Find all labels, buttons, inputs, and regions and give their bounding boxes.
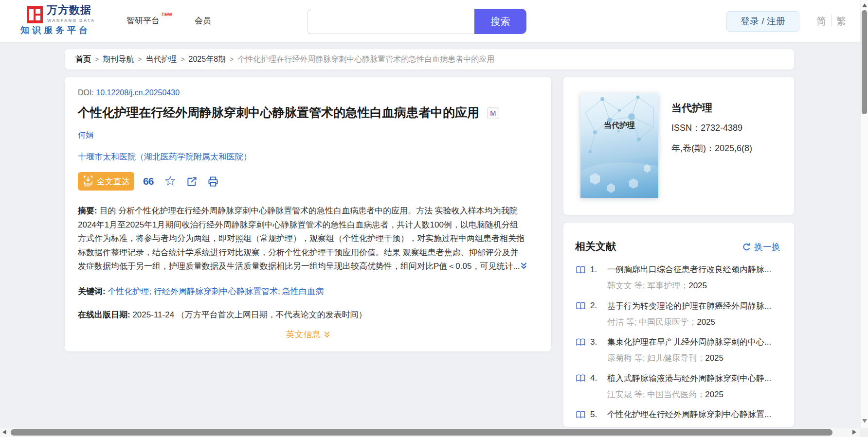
related-meta: 付洁 等; 中国民康医学；2025 [607, 316, 715, 328]
search-input[interactable] [307, 9, 474, 34]
share-icon[interactable] [186, 176, 198, 187]
book-icon [576, 265, 586, 274]
vertical-scrollbar[interactable] [860, 0, 868, 428]
article-card: DOI: 10.12208/j.cn.20250430 个性化护理在行经外周静脉… [65, 77, 551, 351]
related-item[interactable]: 2. 基于行为转变理论的护理在肺癌经外周静脉... 付洁 等; 中国民康医学；2… [576, 300, 783, 337]
keyword-link[interactable]: 急性白血病 [282, 287, 324, 296]
journal-issn: ISSN：2732-4389 [671, 122, 742, 134]
fulltext-button[interactable]: free 全文直达 [78, 172, 134, 191]
lang-divider [831, 15, 832, 26]
article-title: 个性化护理在行经外周静脉穿刺中心静脉置管术的急性白血病患者中的应用M [78, 104, 540, 121]
book-icon [576, 374, 586, 383]
search-button[interactable]: 搜索 [474, 9, 526, 34]
breadcrumb-journal[interactable]: 当代护理 [145, 54, 177, 65]
related-meta: 韩文文 等; 军事护理；2025 [607, 280, 707, 291]
journal-cover-title: 当代护理 [580, 121, 658, 131]
keyword-link[interactable]: 个性化护理 [108, 287, 149, 296]
breadcrumb-separator: > [181, 55, 184, 63]
journal-volume: 年,卷(期)：2025,6(8) [671, 142, 752, 154]
breadcrumb-current: 个性化护理在行经外周静脉穿刺中心静脉置管术的急性白血病患者中的应用 [237, 54, 494, 65]
lang-traditional[interactable]: 繁 [836, 15, 846, 28]
article-author[interactable]: 何娟 [78, 130, 93, 140]
related-articles-card: 相关文献 换一换 1. 一例胸廓出口综合征患者行改良经颈内静脉... 韩文文 等… [563, 223, 794, 427]
expand-abstract-icon[interactable] [520, 261, 527, 275]
keywords-row: 关键词: 个性化护理; 行经外周静脉穿刺中心静脉置管术; 急性白血病 [78, 286, 324, 297]
keywords-label: 关键词: [78, 287, 106, 296]
brand-name-en: WANFANG DATA [47, 18, 95, 23]
book-icon [576, 301, 586, 310]
page: 万方数据 WANFANG DATA 知识服务平台 智研平台 new 会员 搜索 … [0, 0, 868, 437]
related-item[interactable]: 5. 个性化护理在行经外周静脉穿刺中心静脉置... [576, 409, 783, 427]
breadcrumb-separator: > [138, 55, 142, 63]
online-date-label: 在线出版日期: [78, 310, 130, 319]
online-date: 2025-11-24 [132, 310, 174, 319]
article-abstract: 摘要: 目的 分析个性化护理在行经外周静脉穿刺中心静脉置管术的急性白血病患者中的… [78, 204, 538, 275]
brand-name-cn[interactable]: 万方数据 [47, 4, 91, 17]
print-icon[interactable] [207, 176, 219, 187]
wanfang-logo-icon[interactable] [27, 6, 43, 23]
abstract-label: 摘要: [78, 206, 97, 215]
related-meta: 康菊梅 等; 妇儿健康导刊；2025 [607, 352, 723, 364]
book-icon [576, 338, 586, 347]
related-meta: 汪安晟 等; 中国当代医药；2025 [607, 389, 723, 400]
horizontal-scrollbar-thumb[interactable] [11, 429, 832, 436]
m-badge[interactable]: M [487, 107, 499, 119]
login-register-button[interactable]: 登录 / 注册 [726, 11, 799, 32]
vertical-scrollbar-thumb[interactable] [862, 10, 867, 114]
book-icon [576, 410, 586, 419]
keyword-link[interactable]: 行经外周静脉穿刺中心静脉置管术 [154, 287, 278, 296]
breadcrumb: 首页 > 期刊导航 > 当代护理 > 2025年8期 > 个性化护理在行经外周静… [65, 49, 794, 70]
english-info-toggle[interactable]: 英文信息 [65, 329, 551, 341]
doi-row: DOI: 10.12208/j.cn.20250430 [78, 88, 180, 97]
header: 万方数据 WANFANG DATA 知识服务平台 智研平台 new 会员 搜索 … [0, 0, 868, 43]
scrollbar-corner [860, 428, 868, 437]
favorite-star-icon[interactable]: ☆ [164, 175, 176, 188]
doi-link[interactable]: 10.12208/j.cn.20250430 [96, 88, 180, 97]
journal-card: 当代护理 当代护理 ISSN：2732-4389 年,卷(期)：2025,6(8… [563, 77, 794, 215]
related-item[interactable]: 4. 植入式静脉输液港与经外周静脉穿刺中心静... 汪安晟 等; 中国当代医药；… [576, 373, 783, 409]
horizontal-scrollbar[interactable] [0, 428, 868, 437]
breadcrumb-journal-nav[interactable]: 期刊导航 [103, 54, 134, 65]
svg-text:free: free [84, 184, 90, 188]
online-date-note: （万方平台首次上网日期，不代表论文的发表时间） [177, 310, 367, 319]
related-list: 1. 一例胸廓出口综合征患者行改良经颈内静脉... 韩文文 等; 军事护理；20… [576, 264, 783, 427]
breadcrumb-issue[interactable]: 2025年8期 [189, 54, 226, 65]
related-item[interactable]: 1. 一例胸廓出口综合征患者行改良经颈内静脉... 韩文文 等; 军事护理；20… [576, 264, 783, 300]
chevron-down-icon [324, 331, 330, 341]
related-item[interactable]: 3. 集束化护理在早产儿经外周静脉穿刺的中心... 康菊梅 等; 妇儿健康导刊；… [576, 336, 783, 373]
cite-icon[interactable]: 66 [143, 176, 153, 186]
refresh-related-button[interactable]: 换一换 [742, 241, 780, 253]
breadcrumb-home[interactable]: 首页 [75, 54, 91, 65]
brand-tagline: 知识服务平台 [20, 24, 90, 36]
scroll-right-arrow[interactable] [852, 430, 856, 435]
nav-member[interactable]: 会员 [195, 15, 211, 26]
doi-label: DOI: [78, 88, 94, 97]
lang-simplified[interactable]: 简 [816, 15, 826, 28]
refresh-icon [742, 243, 751, 252]
scroll-down-arrow[interactable] [862, 419, 867, 423]
new-badge: new [162, 11, 172, 17]
free-download-icon: free [83, 175, 93, 188]
journal-cover[interactable]: 当代护理 [580, 93, 658, 198]
related-title: 相关文献 [575, 240, 616, 253]
online-publish-row: 在线出版日期: 2025-11-24 （万方平台首次上网日期，不代表论文的发表时… [78, 309, 367, 320]
scroll-up-arrow[interactable] [862, 3, 867, 7]
cover-network-art [580, 93, 658, 198]
breadcrumb-separator: > [230, 55, 234, 63]
article-actions: free 全文直达 66 ☆ [78, 172, 219, 191]
article-affiliation[interactable]: 十堰市太和医院（湖北医药学院附属太和医院） [78, 151, 252, 162]
scroll-left-arrow[interactable] [2, 430, 6, 435]
nav-zhiyan-platform[interactable]: 智研平台 [127, 15, 160, 26]
breadcrumb-separator: > [95, 55, 99, 63]
journal-name: 当代护理 [671, 101, 712, 115]
